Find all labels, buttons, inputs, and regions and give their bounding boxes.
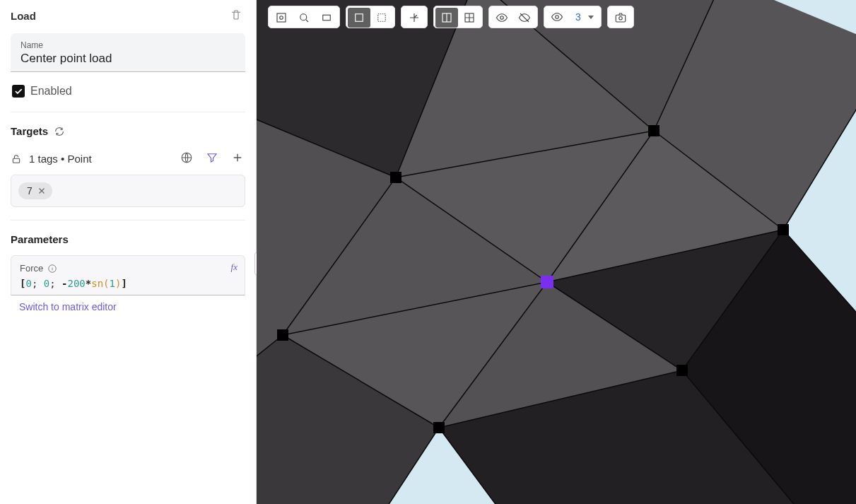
snapshot-button[interactable] bbox=[609, 8, 632, 28]
chevron-down-icon[interactable] bbox=[588, 16, 594, 19]
eye-off-icon bbox=[518, 11, 531, 24]
svg-point-48 bbox=[556, 16, 559, 19]
name-field-label: Name bbox=[20, 40, 235, 50]
fit-screen-icon bbox=[320, 11, 333, 24]
enabled-checkbox[interactable] bbox=[12, 85, 25, 98]
svg-rect-42 bbox=[323, 15, 331, 20]
filter-icon bbox=[206, 151, 218, 164]
panel-title: Load bbox=[11, 10, 36, 22]
info-icon[interactable] bbox=[47, 264, 57, 274]
targets-title: Targets bbox=[11, 125, 48, 137]
name-field-value: Center point load bbox=[20, 52, 235, 66]
grid-group bbox=[433, 6, 483, 28]
grid-4-button[interactable] bbox=[458, 8, 481, 28]
delete-button[interactable] bbox=[227, 6, 245, 26]
tag-chip-label: 7 bbox=[27, 185, 33, 197]
svg-point-40 bbox=[280, 16, 283, 20]
tag-chip[interactable]: 7 bbox=[18, 182, 52, 199]
select-lasso-button[interactable] bbox=[370, 8, 393, 28]
mesh-node[interactable] bbox=[648, 125, 659, 136]
force-label: Force bbox=[20, 263, 43, 274]
grid-2-icon bbox=[440, 11, 453, 24]
mesh-render bbox=[257, 0, 856, 504]
fit-screen-button[interactable] bbox=[315, 8, 338, 28]
layers-count: 3 bbox=[571, 11, 585, 23]
svg-rect-0 bbox=[13, 158, 19, 163]
hide-button[interactable] bbox=[513, 8, 536, 28]
add-target-button[interactable] bbox=[230, 150, 245, 168]
enabled-row: Enabled bbox=[12, 85, 245, 98]
globe-icon bbox=[180, 151, 193, 164]
refresh-icon[interactable] bbox=[54, 126, 65, 137]
eye-icon bbox=[551, 11, 563, 23]
viewport[interactable]: 3 bbox=[257, 0, 856, 504]
globe-button[interactable] bbox=[179, 150, 194, 168]
snapshot-group bbox=[607, 6, 634, 28]
name-field[interactable]: Name Center point load bbox=[11, 33, 245, 72]
fx-button[interactable]: fx bbox=[231, 262, 238, 273]
unlock-icon[interactable] bbox=[11, 153, 22, 165]
mesh-node[interactable] bbox=[778, 224, 789, 235]
axes-group bbox=[401, 6, 428, 28]
svg-point-41 bbox=[300, 14, 307, 20]
axes-icon bbox=[408, 11, 421, 24]
mesh-node[interactable] bbox=[433, 422, 445, 433]
force-field[interactable]: Force fx [0; 0; -200*sn(1)] bbox=[11, 255, 245, 295]
svg-rect-39 bbox=[277, 13, 286, 22]
select-group bbox=[346, 6, 395, 28]
zoom-group bbox=[268, 6, 340, 28]
targets-summary-row: 1 tags • Point bbox=[11, 147, 245, 175]
trash-icon bbox=[230, 8, 242, 21]
zoom-fit-button[interactable] bbox=[270, 8, 293, 28]
show-button[interactable] bbox=[491, 8, 513, 28]
axes-button[interactable] bbox=[403, 8, 426, 28]
properties-sidebar: Load Name Center point load Enabled Targ… bbox=[0, 0, 257, 504]
camera-icon bbox=[614, 11, 627, 24]
divider bbox=[11, 220, 245, 221]
visibility-group bbox=[488, 6, 538, 28]
layers-button[interactable] bbox=[546, 7, 568, 27]
mesh-node[interactable] bbox=[676, 365, 688, 376]
filter-button[interactable] bbox=[204, 150, 220, 168]
grid-4-icon bbox=[463, 11, 476, 24]
zoom-selection-button[interactable] bbox=[293, 8, 315, 28]
svg-rect-43 bbox=[356, 14, 363, 22]
grid-2-button[interactable] bbox=[435, 8, 458, 28]
divider bbox=[11, 112, 245, 112]
check-icon bbox=[13, 86, 23, 96]
select-rect-icon bbox=[353, 11, 365, 24]
svg-rect-49 bbox=[616, 15, 626, 22]
mesh-node-selected[interactable] bbox=[541, 276, 553, 288]
targets-header: Targets bbox=[11, 125, 245, 137]
svg-rect-44 bbox=[378, 14, 386, 22]
mesh-node[interactable] bbox=[390, 172, 401, 183]
svg-point-47 bbox=[500, 16, 504, 20]
svg-point-50 bbox=[619, 17, 623, 20]
enabled-label: Enabled bbox=[30, 85, 72, 98]
force-expression[interactable]: [0; 0; -200*sn(1)] bbox=[20, 278, 236, 289]
panel-header: Load bbox=[11, 6, 245, 26]
viewport-toolbar: 3 bbox=[268, 6, 634, 28]
zoom-selection-icon bbox=[298, 11, 310, 24]
plus-icon bbox=[231, 151, 244, 164]
select-lasso-icon bbox=[375, 11, 388, 24]
eye-icon bbox=[496, 11, 508, 24]
targets-summary-text: 1 tags • Point bbox=[29, 153, 92, 165]
parameters-title: Parameters bbox=[11, 233, 245, 245]
layers-group[interactable]: 3 bbox=[544, 6, 602, 28]
zoom-fit-icon bbox=[275, 11, 288, 24]
switch-matrix-editor-link[interactable]: Switch to matrix editor bbox=[11, 301, 117, 312]
select-rect-button[interactable] bbox=[348, 8, 370, 28]
mesh-node[interactable] bbox=[277, 329, 288, 341]
targets-tag-box[interactable]: 7 bbox=[11, 175, 245, 207]
close-icon[interactable] bbox=[37, 186, 47, 196]
